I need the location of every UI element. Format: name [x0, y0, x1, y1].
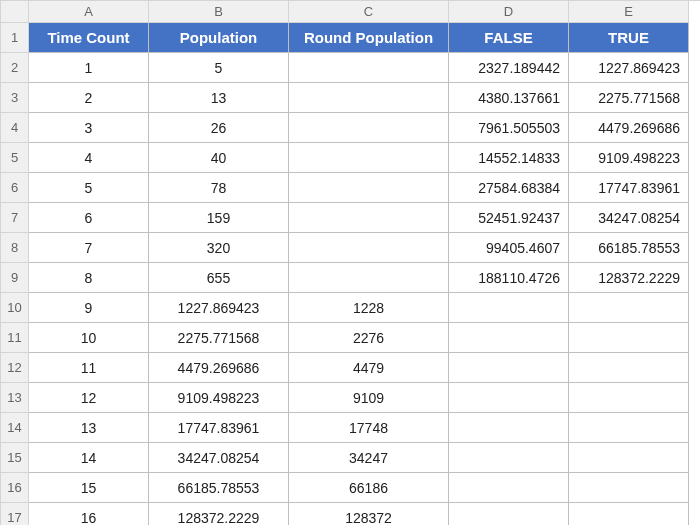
cell[interactable] [449, 503, 569, 525]
cell[interactable] [449, 443, 569, 473]
cell[interactable]: 2327.189442 [449, 53, 569, 83]
cell[interactable] [569, 503, 689, 525]
cell[interactable]: 4479.269686 [569, 113, 689, 143]
col-header-d[interactable]: D [449, 1, 569, 23]
cell[interactable]: 1 [29, 53, 149, 83]
cell[interactable] [569, 383, 689, 413]
row-header[interactable]: 11 [1, 323, 29, 353]
cell[interactable] [569, 473, 689, 503]
cell[interactable]: 66185.78553 [149, 473, 289, 503]
cell[interactable] [289, 83, 449, 113]
col-header-e[interactable]: E [569, 1, 689, 23]
cell[interactable]: 26 [149, 113, 289, 143]
cell[interactable]: 40 [149, 143, 289, 173]
cell[interactable] [569, 323, 689, 353]
row-header[interactable]: 15 [1, 443, 29, 473]
cell[interactable]: 78 [149, 173, 289, 203]
cell[interactable]: 14 [29, 443, 149, 473]
cell[interactable]: 128372 [289, 503, 449, 525]
cell[interactable] [569, 353, 689, 383]
cell[interactable]: 99405.4607 [449, 233, 569, 263]
cell[interactable] [449, 293, 569, 323]
row-header[interactable]: 8 [1, 233, 29, 263]
cell[interactable]: 34247.08254 [149, 443, 289, 473]
cell[interactable]: 15 [29, 473, 149, 503]
cell[interactable]: 3 [29, 113, 149, 143]
cell[interactable] [289, 233, 449, 263]
cell[interactable]: 4380.137661 [449, 83, 569, 113]
row-header[interactable]: 1 [1, 23, 29, 53]
cell[interactable] [289, 143, 449, 173]
cell[interactable]: 12 [29, 383, 149, 413]
header-false[interactable]: FALSE [449, 23, 569, 53]
cell[interactable]: 17747.83961 [149, 413, 289, 443]
row-header[interactable]: 12 [1, 353, 29, 383]
cell[interactable]: 128372.2229 [569, 263, 689, 293]
cell[interactable]: 34247.08254 [569, 203, 689, 233]
header-true[interactable]: TRUE [569, 23, 689, 53]
row-header[interactable]: 6 [1, 173, 29, 203]
cell[interactable]: 128372.2229 [149, 503, 289, 525]
row-header[interactable]: 13 [1, 383, 29, 413]
row-header[interactable]: 10 [1, 293, 29, 323]
row-header[interactable]: 9 [1, 263, 29, 293]
cell[interactable]: 2276 [289, 323, 449, 353]
cell[interactable]: 1227.869423 [149, 293, 289, 323]
cell[interactable]: 8 [29, 263, 149, 293]
cell[interactable] [569, 413, 689, 443]
cell[interactable]: 188110.4726 [449, 263, 569, 293]
header-round-population[interactable]: Round Population [289, 23, 449, 53]
cell[interactable] [449, 383, 569, 413]
cell[interactable]: 9109.498223 [149, 383, 289, 413]
col-header-a[interactable]: A [29, 1, 149, 23]
cell[interactable]: 6 [29, 203, 149, 233]
cell[interactable] [289, 113, 449, 143]
cell[interactable] [289, 53, 449, 83]
cell[interactable]: 4479.269686 [149, 353, 289, 383]
row-header[interactable]: 4 [1, 113, 29, 143]
col-header-b[interactable]: B [149, 1, 289, 23]
cell[interactable]: 5 [149, 53, 289, 83]
cell[interactable]: 1228 [289, 293, 449, 323]
cell[interactable]: 2275.771568 [569, 83, 689, 113]
cell[interactable]: 34247 [289, 443, 449, 473]
cell[interactable] [289, 263, 449, 293]
row-header[interactable]: 14 [1, 413, 29, 443]
cell[interactable]: 66186 [289, 473, 449, 503]
row-header[interactable]: 16 [1, 473, 29, 503]
cell[interactable]: 4479 [289, 353, 449, 383]
cell[interactable]: 27584.68384 [449, 173, 569, 203]
cell[interactable]: 320 [149, 233, 289, 263]
cell[interactable]: 52451.92437 [449, 203, 569, 233]
cell[interactable] [569, 443, 689, 473]
cell[interactable]: 11 [29, 353, 149, 383]
cell[interactable] [289, 203, 449, 233]
cell[interactable]: 159 [149, 203, 289, 233]
cell[interactable]: 9109.498223 [569, 143, 689, 173]
cell[interactable]: 7 [29, 233, 149, 263]
row-header[interactable]: 3 [1, 83, 29, 113]
cell[interactable] [289, 173, 449, 203]
cell[interactable]: 1227.869423 [569, 53, 689, 83]
row-header[interactable]: 17 [1, 503, 29, 525]
cell[interactable]: 17747.83961 [569, 173, 689, 203]
header-population[interactable]: Population [149, 23, 289, 53]
cell[interactable] [449, 323, 569, 353]
cell[interactable]: 17748 [289, 413, 449, 443]
cell[interactable]: 4 [29, 143, 149, 173]
cell[interactable]: 10 [29, 323, 149, 353]
header-time-count[interactable]: Time Count [29, 23, 149, 53]
cell[interactable] [449, 473, 569, 503]
cell[interactable]: 2275.771568 [149, 323, 289, 353]
cell[interactable] [569, 293, 689, 323]
cell[interactable]: 5 [29, 173, 149, 203]
row-header[interactable]: 5 [1, 143, 29, 173]
cell[interactable]: 655 [149, 263, 289, 293]
cell[interactable] [449, 413, 569, 443]
cell[interactable] [449, 353, 569, 383]
corner-cell[interactable] [1, 1, 29, 23]
cell[interactable]: 66185.78553 [569, 233, 689, 263]
cell[interactable]: 9 [29, 293, 149, 323]
cell[interactable]: 7961.505503 [449, 113, 569, 143]
cell[interactable]: 9109 [289, 383, 449, 413]
